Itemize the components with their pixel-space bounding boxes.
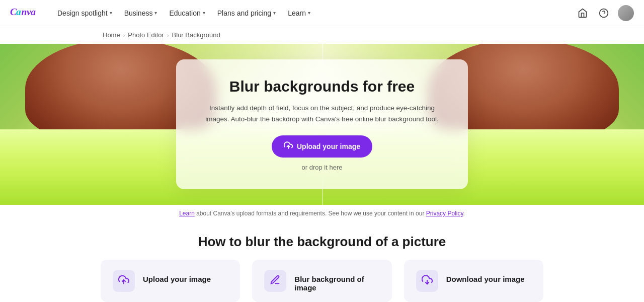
avatar[interactable] <box>618 5 634 21</box>
chevron-down-icon: ▾ <box>110 10 112 16</box>
nav-education[interactable]: Education ▾ <box>164 6 210 20</box>
hero-section: Blur backgrounds for free Instantly add … <box>0 44 644 205</box>
steps-list: Upload your image Blur background of ima… <box>0 260 644 302</box>
svg-text:a: a <box>16 6 21 17</box>
hero-title: Blur backgrounds for free <box>200 78 444 96</box>
how-to-section: How to blur the background of a picture … <box>0 220 644 302</box>
breadcrumb-sep-1: › <box>123 32 125 38</box>
chevron-down-icon: ▾ <box>203 10 205 16</box>
step-blur-icon-wrap <box>264 270 286 292</box>
download-step-icon <box>422 274 433 288</box>
nav-business[interactable]: Business ▾ <box>119 6 163 20</box>
chevron-down-icon: ▾ <box>308 10 310 16</box>
how-to-title: How to blur the background of a picture <box>0 234 644 250</box>
step-blur-label: Blur background of image <box>294 270 379 292</box>
breadcrumb-current: Blur Background <box>172 31 220 39</box>
chevron-down-icon: ▾ <box>154 10 157 16</box>
step-blur: Blur background of image <box>252 260 391 302</box>
nav-design-spotlight[interactable]: Design spotlight ▾ <box>52 6 117 20</box>
step-upload-label: Upload your image <box>143 270 211 283</box>
upload-step-icon <box>118 274 129 288</box>
canva-logo[interactable]: C a nva <box>10 6 40 21</box>
nav-learn[interactable]: Learn ▾ <box>283 6 315 20</box>
nav-menu: Design spotlight ▾ Business ▾ Education … <box>52 6 576 20</box>
step-download: Download your image <box>404 260 543 302</box>
step-upload: Upload your image <box>101 260 240 302</box>
step-upload-icon-wrap <box>113 270 135 292</box>
home-icon[interactable] <box>576 6 590 20</box>
upload-image-button[interactable]: Upload your image <box>272 135 372 158</box>
step-download-label: Download your image <box>446 270 525 283</box>
hero-card: Blur backgrounds for free Instantly add … <box>176 59 468 189</box>
legal-text-after: . <box>463 210 465 217</box>
breadcrumb-home[interactable]: Home <box>103 31 120 39</box>
breadcrumb-photo-editor[interactable]: Photo Editor <box>128 31 164 39</box>
breadcrumb: Home › Photo Editor › Blur Background <box>0 26 644 44</box>
breadcrumb-sep-2: › <box>167 32 169 38</box>
legal-notice: Learn about Canva's upload formats and r… <box>0 205 644 220</box>
legal-text-middle: about Canva's upload formats and require… <box>195 210 426 217</box>
step-download-icon-wrap <box>416 270 438 292</box>
blur-step-icon <box>270 274 281 288</box>
learn-link[interactable]: Learn <box>179 210 195 217</box>
help-icon[interactable] <box>597 6 611 20</box>
chevron-down-icon: ▾ <box>273 10 276 16</box>
navbar: C a nva Design spotlight ▾ Business ▾ Ed… <box>0 0 644 26</box>
upload-button-label: Upload your image <box>297 142 360 150</box>
svg-text:nva: nva <box>22 6 36 17</box>
drop-text: or drop it here <box>200 164 444 171</box>
hero-subtitle: Instantly add depth of field, focus on t… <box>200 103 444 124</box>
upload-icon <box>284 141 293 152</box>
privacy-policy-link[interactable]: Privacy Policy <box>426 210 463 217</box>
nav-plans-pricing[interactable]: Plans and pricing ▾ <box>212 6 281 20</box>
nav-right-actions <box>576 5 634 21</box>
